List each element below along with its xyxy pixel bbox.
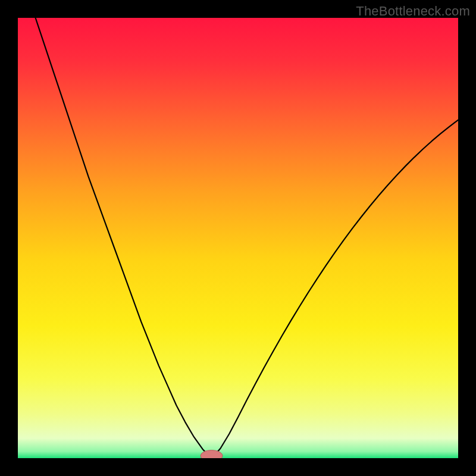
gradient-background — [18, 18, 458, 458]
bottleneck-chart — [18, 18, 458, 458]
watermark-text: TheBottleneck.com — [356, 4, 470, 19]
plot-area — [18, 18, 458, 458]
chart-frame: TheBottleneck.com — [0, 0, 476, 476]
